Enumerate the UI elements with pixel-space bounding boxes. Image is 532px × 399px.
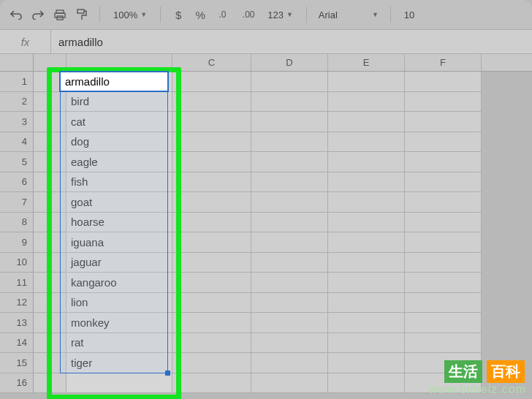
column-header[interactable]: C bbox=[172, 54, 251, 71]
fill-handle[interactable] bbox=[165, 370, 170, 376]
cell[interactable] bbox=[328, 213, 405, 233]
cell[interactable] bbox=[34, 152, 66, 172]
cell[interactable]: jaguar bbox=[66, 253, 172, 273]
spreadsheet-grid[interactable]: armadillo 1armadillo2bird3cat4dog5eagle6… bbox=[0, 72, 532, 393]
cell[interactable] bbox=[34, 213, 66, 233]
cell[interactable] bbox=[34, 132, 66, 153]
paint-format-button[interactable] bbox=[73, 6, 91, 23]
cell[interactable] bbox=[172, 112, 251, 132]
cell[interactable] bbox=[328, 353, 405, 373]
row-header[interactable]: 1 bbox=[0, 72, 34, 92]
cell[interactable] bbox=[172, 172, 251, 193]
cell[interactable] bbox=[328, 273, 405, 293]
row-header[interactable]: 14 bbox=[0, 333, 34, 354]
cell[interactable]: monkey bbox=[66, 313, 172, 333]
cell[interactable]: lion bbox=[66, 293, 172, 314]
cell[interactable] bbox=[34, 313, 66, 333]
cell[interactable]: bird bbox=[66, 92, 172, 113]
cell[interactable] bbox=[328, 172, 405, 193]
row-header[interactable]: 11 bbox=[0, 273, 34, 293]
cell[interactable] bbox=[251, 92, 328, 113]
cell[interactable] bbox=[172, 333, 251, 354]
cell[interactable] bbox=[34, 353, 66, 373]
cell[interactable]: kangaroo bbox=[66, 273, 172, 293]
cell[interactable] bbox=[34, 232, 66, 253]
undo-button[interactable] bbox=[7, 6, 25, 23]
row-header[interactable]: 5 bbox=[0, 152, 34, 172]
cell[interactable] bbox=[172, 132, 251, 153]
number-format-select[interactable]: 123 ▼ bbox=[263, 10, 297, 20]
cell[interactable] bbox=[172, 92, 251, 113]
cell[interactable] bbox=[328, 72, 405, 92]
cell[interactable] bbox=[251, 373, 328, 394]
row-header[interactable]: 2 bbox=[0, 92, 34, 113]
cell[interactable]: hoarse bbox=[66, 213, 172, 233]
cell[interactable] bbox=[34, 192, 66, 213]
cell[interactable] bbox=[251, 72, 328, 92]
cell[interactable]: cat bbox=[66, 112, 172, 132]
column-header[interactable]: D bbox=[251, 54, 328, 71]
cell[interactable] bbox=[172, 253, 251, 273]
cell[interactable]: fish bbox=[66, 172, 172, 193]
column-header[interactable]: F bbox=[405, 54, 482, 71]
cell[interactable] bbox=[328, 293, 405, 314]
cell[interactable] bbox=[328, 92, 405, 113]
font-select[interactable]: Arial ▼ bbox=[316, 10, 381, 20]
zoom-select[interactable]: 100% ▼ bbox=[109, 10, 151, 20]
cell[interactable] bbox=[251, 112, 328, 132]
cell[interactable] bbox=[251, 313, 328, 333]
cell[interactable] bbox=[34, 92, 66, 113]
cell[interactable] bbox=[172, 293, 251, 314]
cell[interactable]: rat bbox=[66, 333, 172, 354]
cell[interactable]: dog bbox=[66, 132, 172, 153]
cell[interactable] bbox=[405, 172, 482, 193]
cell[interactable] bbox=[34, 172, 66, 193]
row-header[interactable]: 3 bbox=[0, 112, 34, 132]
cell[interactable] bbox=[251, 152, 328, 172]
row-header[interactable]: 12 bbox=[0, 293, 34, 314]
redo-button[interactable] bbox=[29, 6, 47, 23]
cell[interactable] bbox=[405, 333, 482, 354]
cell[interactable] bbox=[251, 192, 328, 213]
cell[interactable] bbox=[405, 253, 482, 273]
cell[interactable] bbox=[328, 253, 405, 273]
cell[interactable]: armadillo bbox=[66, 72, 172, 92]
row-header[interactable]: 9 bbox=[0, 232, 34, 253]
cell[interactable] bbox=[172, 232, 251, 253]
row-header[interactable]: 6 bbox=[0, 172, 34, 193]
row-header[interactable]: 15 bbox=[0, 353, 34, 373]
select-all-cell[interactable] bbox=[0, 54, 34, 71]
row-header[interactable]: 7 bbox=[0, 192, 34, 213]
currency-button[interactable]: $ bbox=[170, 6, 187, 23]
row-header[interactable]: 8 bbox=[0, 213, 34, 233]
cell[interactable] bbox=[251, 232, 328, 253]
cell[interactable] bbox=[405, 213, 482, 233]
cell[interactable] bbox=[405, 192, 482, 213]
cell[interactable] bbox=[405, 232, 482, 253]
cell[interactable] bbox=[405, 132, 482, 153]
column-header[interactable] bbox=[66, 54, 172, 71]
cell[interactable] bbox=[172, 353, 251, 373]
cell[interactable] bbox=[405, 92, 482, 113]
cell[interactable] bbox=[405, 273, 482, 293]
cell[interactable] bbox=[251, 333, 328, 354]
cell[interactable] bbox=[328, 112, 405, 132]
cell[interactable] bbox=[251, 253, 328, 273]
cell[interactable] bbox=[251, 273, 328, 293]
cell[interactable] bbox=[328, 232, 405, 253]
percent-button[interactable]: % bbox=[191, 6, 209, 23]
cell[interactable] bbox=[34, 333, 66, 354]
cell[interactable] bbox=[328, 373, 405, 394]
cell[interactable] bbox=[172, 313, 251, 333]
cell[interactable]: eagle bbox=[66, 152, 172, 172]
row-header[interactable]: 16 bbox=[0, 373, 34, 394]
row-header[interactable]: 10 bbox=[0, 253, 34, 273]
decrease-decimal-button[interactable]: .0 bbox=[213, 6, 234, 23]
cell[interactable] bbox=[405, 293, 482, 314]
cell[interactable] bbox=[34, 253, 66, 273]
cell[interactable] bbox=[328, 313, 405, 333]
cell[interactable] bbox=[34, 373, 66, 394]
cell[interactable] bbox=[34, 273, 66, 293]
cell[interactable] bbox=[34, 72, 66, 92]
cell[interactable] bbox=[328, 333, 405, 354]
